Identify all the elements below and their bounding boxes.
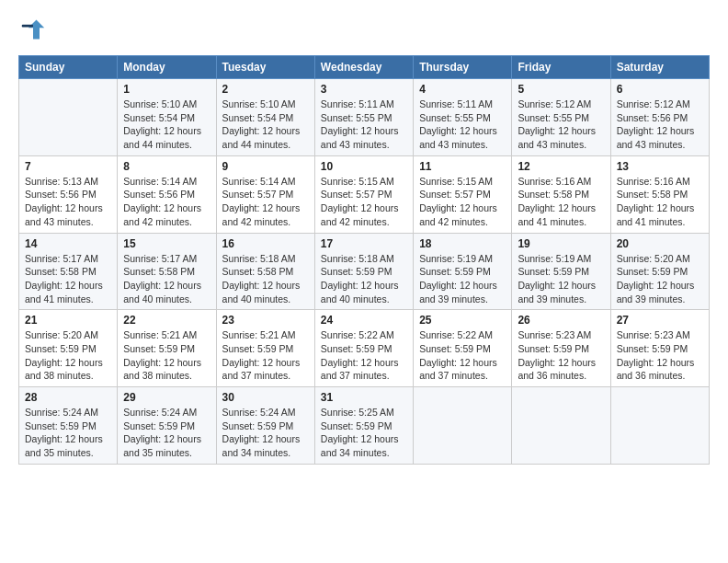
week-row-1: 1Sunrise: 5:10 AM Sunset: 5:54 PM Daylig… — [19, 79, 710, 156]
weekday-monday: Monday — [118, 56, 216, 79]
week-row-3: 14Sunrise: 5:17 AM Sunset: 5:58 PM Dayli… — [19, 233, 710, 310]
day-number: 15 — [123, 237, 210, 250]
calendar-cell: 9Sunrise: 5:14 AM Sunset: 5:57 PM Daylig… — [216, 155, 314, 233]
day-number: 3 — [321, 83, 407, 96]
day-info: Sunrise: 5:11 AM Sunset: 5:55 PM Dayligh… — [419, 98, 506, 152]
day-info: Sunrise: 5:21 AM Sunset: 5:59 PM Dayligh… — [123, 328, 210, 383]
day-info: Sunrise: 5:19 AM Sunset: 5:59 PM Dayligh… — [518, 252, 604, 306]
calendar-cell: 2Sunrise: 5:10 AM Sunset: 5:54 PM Daylig… — [216, 79, 314, 156]
calendar-cell: 10Sunrise: 5:15 AM Sunset: 5:57 PM Dayli… — [314, 155, 413, 233]
calendar-cell: 11Sunrise: 5:15 AM Sunset: 5:57 PM Dayli… — [414, 155, 512, 233]
week-row-5: 28Sunrise: 5:24 AM Sunset: 5:59 PM Dayli… — [19, 387, 710, 465]
calendar-cell: 19Sunrise: 5:19 AM Sunset: 5:59 PM Dayli… — [512, 233, 610, 310]
day-number: 9 — [222, 160, 309, 173]
day-info: Sunrise: 5:20 AM Sunset: 5:59 PM Dayligh… — [617, 252, 703, 306]
calendar-table: SundayMondayTuesdayWednesdayThursdayFrid… — [18, 55, 710, 465]
day-info: Sunrise: 5:17 AM Sunset: 5:58 PM Dayligh… — [123, 252, 210, 306]
day-number: 31 — [321, 391, 407, 404]
day-number: 30 — [222, 391, 309, 404]
svg-marker-0 — [28, 20, 45, 40]
day-info: Sunrise: 5:18 AM Sunset: 5:58 PM Dayligh… — [222, 252, 309, 306]
day-number: 4 — [419, 83, 506, 96]
week-row-4: 21Sunrise: 5:20 AM Sunset: 5:59 PM Dayli… — [19, 310, 710, 387]
week-row-2: 7Sunrise: 5:13 AM Sunset: 5:56 PM Daylig… — [19, 155, 710, 233]
logo — [18, 17, 46, 46]
calendar-cell: 1Sunrise: 5:10 AM Sunset: 5:54 PM Daylig… — [118, 79, 216, 156]
calendar-cell — [19, 79, 118, 156]
day-info: Sunrise: 5:12 AM Sunset: 5:55 PM Dayligh… — [518, 98, 604, 152]
day-info: Sunrise: 5:14 AM Sunset: 5:56 PM Dayligh… — [123, 175, 210, 229]
calendar-cell: 14Sunrise: 5:17 AM Sunset: 5:58 PM Dayli… — [19, 233, 118, 310]
day-number: 7 — [25, 160, 111, 173]
day-number: 5 — [518, 83, 604, 96]
day-number: 23 — [222, 314, 309, 327]
calendar-cell: 21Sunrise: 5:20 AM Sunset: 5:59 PM Dayli… — [19, 310, 118, 387]
weekday-friday: Friday — [512, 56, 610, 79]
calendar-cell — [512, 387, 610, 465]
day-number: 13 — [617, 160, 703, 173]
calendar-cell: 6Sunrise: 5:12 AM Sunset: 5:56 PM Daylig… — [610, 79, 709, 156]
calendar-header: SundayMondayTuesdayWednesdayThursdayFrid… — [19, 56, 710, 79]
calendar-cell: 30Sunrise: 5:24 AM Sunset: 5:59 PM Dayli… — [216, 387, 314, 465]
calendar-cell: 26Sunrise: 5:23 AM Sunset: 5:59 PM Dayli… — [512, 310, 610, 387]
day-info: Sunrise: 5:18 AM Sunset: 5:59 PM Dayligh… — [321, 252, 407, 306]
day-info: Sunrise: 5:10 AM Sunset: 5:54 PM Dayligh… — [222, 98, 309, 152]
day-number: 6 — [617, 83, 703, 96]
day-info: Sunrise: 5:16 AM Sunset: 5:58 PM Dayligh… — [617, 175, 703, 229]
day-info: Sunrise: 5:11 AM Sunset: 5:55 PM Dayligh… — [321, 98, 407, 152]
weekday-saturday: Saturday — [610, 56, 709, 79]
calendar-cell: 8Sunrise: 5:14 AM Sunset: 5:56 PM Daylig… — [118, 155, 216, 233]
weekday-thursday: Thursday — [414, 56, 512, 79]
page-container: SundayMondayTuesdayWednesdayThursdayFrid… — [0, 0, 728, 474]
calendar-cell: 27Sunrise: 5:23 AM Sunset: 5:59 PM Dayli… — [610, 310, 709, 387]
day-number: 14 — [25, 237, 111, 250]
calendar-cell: 16Sunrise: 5:18 AM Sunset: 5:58 PM Dayli… — [216, 233, 314, 310]
day-info: Sunrise: 5:24 AM Sunset: 5:59 PM Dayligh… — [25, 406, 111, 460]
day-number: 10 — [321, 160, 407, 173]
calendar-cell: 12Sunrise: 5:16 AM Sunset: 5:58 PM Dayli… — [512, 155, 610, 233]
day-info: Sunrise: 5:23 AM Sunset: 5:59 PM Dayligh… — [518, 328, 604, 383]
weekday-sunday: Sunday — [19, 56, 118, 79]
day-number: 18 — [419, 237, 506, 250]
day-info: Sunrise: 5:10 AM Sunset: 5:54 PM Dayligh… — [123, 98, 210, 152]
day-number: 11 — [419, 160, 506, 173]
day-info: Sunrise: 5:12 AM Sunset: 5:56 PM Dayligh… — [617, 98, 703, 152]
calendar-cell: 17Sunrise: 5:18 AM Sunset: 5:59 PM Dayli… — [314, 233, 413, 310]
day-info: Sunrise: 5:20 AM Sunset: 5:59 PM Dayligh… — [25, 328, 111, 383]
day-info: Sunrise: 5:22 AM Sunset: 5:59 PM Dayligh… — [321, 328, 407, 383]
day-number: 28 — [25, 391, 111, 404]
day-info: Sunrise: 5:24 AM Sunset: 5:59 PM Dayligh… — [123, 406, 210, 460]
day-info: Sunrise: 5:21 AM Sunset: 5:59 PM Dayligh… — [222, 328, 309, 383]
calendar-cell — [610, 387, 709, 465]
day-info: Sunrise: 5:25 AM Sunset: 5:59 PM Dayligh… — [321, 406, 407, 460]
calendar-body: 1Sunrise: 5:10 AM Sunset: 5:54 PM Daylig… — [19, 79, 710, 465]
logo-icon — [20, 17, 46, 42]
day-number: 25 — [419, 314, 506, 327]
day-number: 27 — [617, 314, 703, 327]
calendar-cell: 7Sunrise: 5:13 AM Sunset: 5:56 PM Daylig… — [19, 155, 118, 233]
calendar-cell: 24Sunrise: 5:22 AM Sunset: 5:59 PM Dayli… — [314, 310, 413, 387]
weekday-tuesday: Tuesday — [216, 56, 314, 79]
day-number: 12 — [518, 160, 604, 173]
day-info: Sunrise: 5:22 AM Sunset: 5:59 PM Dayligh… — [419, 328, 506, 383]
svg-rect-1 — [22, 25, 33, 28]
calendar-cell: 31Sunrise: 5:25 AM Sunset: 5:59 PM Dayli… — [314, 387, 413, 465]
calendar-cell: 22Sunrise: 5:21 AM Sunset: 5:59 PM Dayli… — [118, 310, 216, 387]
day-number: 20 — [617, 237, 703, 250]
day-number: 17 — [321, 237, 407, 250]
day-info: Sunrise: 5:15 AM Sunset: 5:57 PM Dayligh… — [321, 175, 407, 229]
weekday-header-row: SundayMondayTuesdayWednesdayThursdayFrid… — [19, 56, 710, 79]
calendar-cell — [414, 387, 512, 465]
header — [18, 17, 710, 46]
day-info: Sunrise: 5:23 AM Sunset: 5:59 PM Dayligh… — [617, 328, 703, 383]
calendar-cell: 13Sunrise: 5:16 AM Sunset: 5:58 PM Dayli… — [610, 155, 709, 233]
day-number: 21 — [25, 314, 111, 327]
day-number: 22 — [123, 314, 210, 327]
day-info: Sunrise: 5:15 AM Sunset: 5:57 PM Dayligh… — [419, 175, 506, 229]
day-info: Sunrise: 5:24 AM Sunset: 5:59 PM Dayligh… — [222, 406, 309, 460]
day-info: Sunrise: 5:17 AM Sunset: 5:58 PM Dayligh… — [25, 252, 111, 306]
calendar-cell: 3Sunrise: 5:11 AM Sunset: 5:55 PM Daylig… — [314, 79, 413, 156]
calendar-cell: 25Sunrise: 5:22 AM Sunset: 5:59 PM Dayli… — [414, 310, 512, 387]
calendar-cell: 28Sunrise: 5:24 AM Sunset: 5:59 PM Dayli… — [19, 387, 118, 465]
day-number: 1 — [123, 83, 210, 96]
